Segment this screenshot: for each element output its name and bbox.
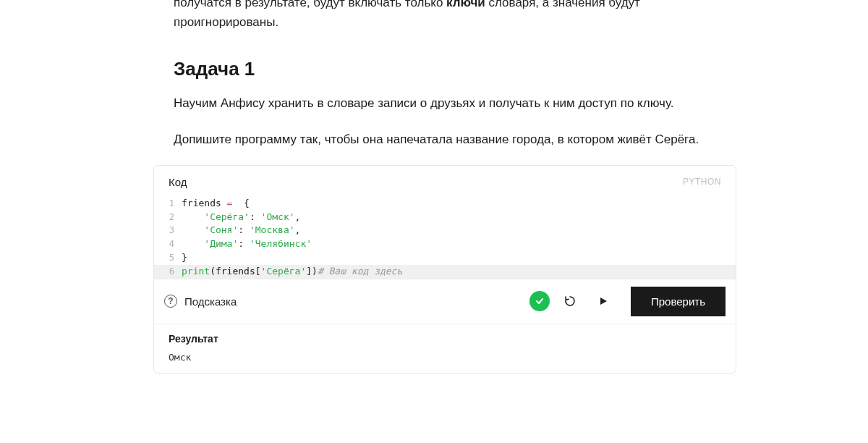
- intro-pre: получатся в результате, будут включать т…: [174, 0, 446, 9]
- controls-bar: ? Подсказка Проверить: [154, 279, 736, 324]
- code-card: Код PYTHON 1 friends = { 2 'Серёга': 'Ом…: [153, 165, 736, 374]
- task-paragraph-1: Научим Анфису хранить в словаре записи о…: [174, 93, 716, 113]
- run-button[interactable]: [590, 291, 616, 311]
- intro-paragraph: получатся в результате, будут включать т…: [174, 0, 716, 32]
- line-number: 1: [163, 197, 174, 211]
- result-output: Омск: [169, 352, 721, 363]
- code-line: 5 }: [154, 251, 736, 265]
- code-line-current: 6 print(friends['Серёга'])# Ваш код здес…: [154, 265, 736, 279]
- code-line: 1 friends = {: [154, 197, 736, 211]
- check-button[interactable]: Проверить: [631, 287, 726, 316]
- code-card-header: Код PYTHON: [154, 166, 736, 197]
- intro-bold: ключи: [446, 0, 485, 9]
- code-line: 3 'Соня': 'Москва',: [154, 224, 736, 237]
- result-section: Результат Омск: [154, 324, 736, 373]
- code-line: 4 'Дима': 'Челябинск': [154, 237, 736, 251]
- line-number: 2: [163, 211, 174, 224]
- line-number: 6: [163, 265, 174, 279]
- line-number: 4: [163, 237, 174, 251]
- hint-button[interactable]: Подсказка: [184, 295, 237, 308]
- language-label: PYTHON: [683, 177, 721, 187]
- task-paragraph-2: Допишите программу так, чтобы она напеча…: [174, 130, 716, 149]
- task-title: Задача 1: [174, 58, 716, 80]
- reload-button[interactable]: [557, 291, 583, 311]
- line-number: 5: [163, 251, 174, 265]
- hint-icon[interactable]: ?: [164, 295, 177, 308]
- code-label: Код: [169, 176, 187, 188]
- success-indicator-icon[interactable]: [529, 291, 550, 311]
- code-editor[interactable]: 1 friends = { 2 'Серёга': 'Омск', 3 'Сон…: [154, 197, 736, 279]
- result-label: Результат: [169, 333, 721, 345]
- code-line: 2 'Серёга': 'Омск',: [154, 211, 736, 224]
- line-number: 3: [163, 224, 174, 237]
